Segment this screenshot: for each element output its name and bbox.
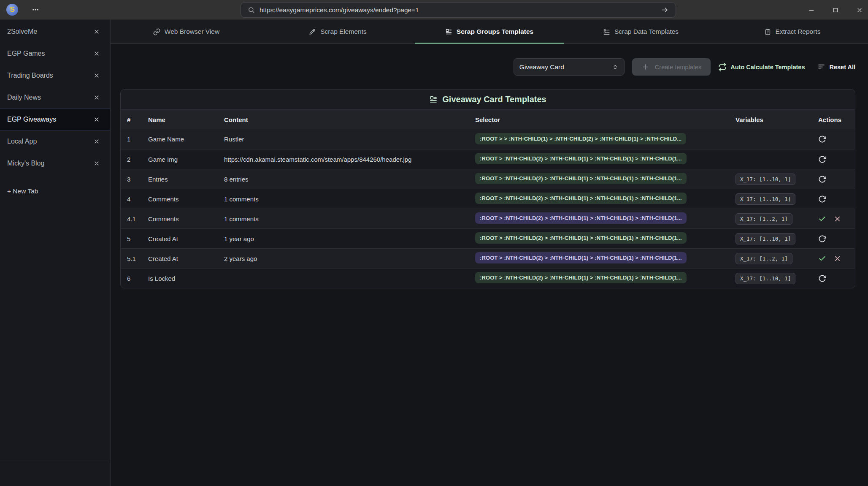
variables-pill[interactable]: X_17: [1..10, 1]	[736, 273, 795, 284]
refresh-icon[interactable]	[818, 175, 826, 183]
view-tab[interactable]: Web Browser View	[111, 20, 262, 43]
selector-pill[interactable]: :ROOT > :NTH-CHILD(2) > :NTH-CHILD(1) > …	[475, 252, 687, 263]
row-variables-cell: X_17: [1..10, 1]	[736, 174, 818, 185]
variables-pill[interactable]: X_17: [1..10, 1]	[736, 193, 795, 205]
row-content: 1 comments	[224, 195, 475, 203]
refresh-icon[interactable]	[818, 235, 826, 243]
view-tab[interactable]: Scrap Data Templates	[565, 20, 717, 43]
main-area: Web Browser View Scrap Elements Scrap Gr…	[111, 20, 868, 486]
row-actions	[818, 155, 855, 163]
view-tab[interactable]: Scrap Groups Templates	[414, 20, 565, 43]
url-text[interactable]: https://easygameprices.com/giveaways/end…	[260, 6, 661, 14]
sidebar-tab-label: Micky's Blog	[7, 160, 93, 167]
row-selector-cell: :ROOT > :NTH-CHILD(2) > :NTH-CHILD(1) > …	[475, 173, 736, 185]
row-content: 8 entries	[224, 176, 475, 183]
sidebar-tab[interactable]: EGP Games	[0, 43, 110, 65]
col-name: Name	[148, 116, 224, 123]
table-row: 6 Is Locked :ROOT > :NTH-CHILD(2) > :NTH…	[121, 268, 855, 288]
close-tab-icon[interactable]	[93, 116, 100, 123]
sidebar-tab-label: Trading Boards	[7, 72, 93, 79]
selector-pill[interactable]: :ROOT > :NTH-CHILD(2) > :NTH-CHILD(1) > …	[475, 212, 687, 224]
row-number: 4	[127, 195, 148, 203]
row-name: Comments	[148, 215, 224, 223]
plus-icon	[641, 63, 649, 71]
sidebar-tab[interactable]: Trading Boards	[0, 65, 110, 87]
toolbar: Giveaway Card Create templates Auto Calc…	[111, 58, 868, 76]
refresh-icon[interactable]	[818, 135, 826, 143]
row-name: Comments	[148, 195, 224, 203]
row-selector-cell: :ROOT > :NTH-CHILD(2) > :NTH-CHILD(1) > …	[475, 193, 736, 205]
selector-pill[interactable]: :ROOT > > :NTH-CHILD(1) > :NTH-CHILD(2) …	[475, 133, 686, 144]
sidebar-tab[interactable]: Local App	[0, 130, 110, 152]
variables-pill[interactable]: X_17: [1..2, 1]	[736, 213, 792, 225]
table-row: 5.1 Created At 2 years ago :ROOT > :NTH-…	[121, 248, 855, 268]
view-tab[interactable]: Extract Reports	[717, 20, 868, 43]
sidebar: 2SolveMe EGP Games Trading Boards Daily …	[0, 20, 111, 486]
selector-pill[interactable]: :ROOT > :NTH-CHILD(2) > :NTH-CHILD(1) > …	[475, 232, 687, 244]
sidebar-tab-list: 2SolveMe EGP Games Trading Boards Daily …	[0, 21, 110, 174]
row-number: 3	[127, 176, 148, 183]
row-name: Is Locked	[148, 275, 224, 282]
minimize-button[interactable]	[808, 7, 815, 14]
sidebar-tab-label: 2SolveMe	[7, 28, 93, 35]
sidebar-tab[interactable]: EGP Giveaways	[0, 109, 110, 130]
selector-pill[interactable]: :ROOT > :NTH-CHILD(2) > :NTH-CHILD(1) > …	[475, 193, 687, 204]
col-num: #	[127, 116, 148, 123]
variables-pill[interactable]: X_17: [1..10, 1]	[736, 174, 795, 185]
view-tab[interactable]: Scrap Elements	[262, 20, 414, 43]
row-selector-cell: :ROOT > :NTH-CHILD(2) > :NTH-CHILD(1) > …	[475, 153, 736, 166]
close-tab-icon[interactable]	[93, 72, 100, 79]
col-variables: Variables	[736, 116, 818, 123]
delete-icon[interactable]	[833, 255, 841, 263]
sidebar-tab[interactable]: 2SolveMe	[0, 21, 110, 43]
selector-pill[interactable]: :ROOT > :NTH-CHILD(2) > :NTH-CHILD(1) > …	[475, 272, 687, 283]
app-window: S https://easygameprices.com/giveaways/e…	[0, 0, 868, 486]
new-tab-button[interactable]: + New Tab	[0, 185, 110, 198]
close-tab-icon[interactable]	[93, 160, 100, 167]
row-content: https://cdn.akamai.steamstatic.com/steam…	[224, 156, 475, 163]
close-tab-icon[interactable]	[93, 94, 100, 101]
refresh-icon[interactable]	[818, 195, 826, 203]
check-icon[interactable]	[818, 215, 826, 223]
auto-calculate-button[interactable]: Auto Calculate Templates	[718, 63, 805, 71]
selector-pill[interactable]: :ROOT > :NTH-CHILD(2) > :NTH-CHILD(1) > …	[475, 153, 687, 164]
table-body: 1 Game Name Rustler :ROOT > > :NTH-CHILD…	[121, 129, 855, 288]
sidebar-tab[interactable]: Daily News	[0, 87, 110, 109]
col-selector: Selector	[475, 116, 736, 123]
col-content: Content	[224, 116, 475, 123]
refresh-icon[interactable]	[818, 155, 826, 163]
tab-label: Web Browser View	[165, 28, 219, 35]
selector-pill[interactable]: :ROOT > :NTH-CHILD(2) > :NTH-CHILD(1) > …	[475, 173, 687, 184]
go-arrow-icon[interactable]	[661, 6, 669, 14]
titlebar: S https://easygameprices.com/giveaways/e…	[0, 0, 868, 20]
tab-label: Scrap Data Templates	[614, 28, 679, 35]
sidebar-tab-label: EGP Games	[7, 50, 93, 57]
row-name: Game Img	[148, 156, 224, 163]
maximize-button[interactable]	[832, 7, 839, 14]
reset-all-button[interactable]: Reset All	[817, 63, 855, 71]
menu-dots-icon[interactable]	[30, 6, 41, 14]
row-selector-cell: :ROOT > :NTH-CHILD(2) > :NTH-CHILD(1) > …	[475, 252, 736, 265]
delete-icon[interactable]	[833, 215, 841, 223]
sidebar-tab-label: Local App	[7, 138, 93, 145]
row-variables-cell: X_17: [1..10, 1]	[736, 193, 818, 205]
row-selector-cell: :ROOT > > :NTH-CHILD(1) > :NTH-CHILD(2) …	[475, 133, 736, 146]
row-variables-cell: X_17: [1..10, 1]	[736, 233, 818, 244]
variables-pill[interactable]: X_17: [1..10, 1]	[736, 233, 795, 244]
close-tab-icon[interactable]	[93, 50, 100, 57]
variables-pill[interactable]: X_17: [1..2, 1]	[736, 253, 792, 264]
close-tab-icon[interactable]	[93, 28, 100, 35]
close-button[interactable]	[856, 7, 863, 14]
row-number: 5	[127, 235, 148, 242]
create-templates-label: Create templates	[655, 64, 701, 71]
close-tab-icon[interactable]	[93, 138, 100, 145]
tab-icon	[445, 28, 452, 35]
create-templates-button[interactable]: Create templates	[632, 58, 711, 76]
template-group-select[interactable]: Giveaway Card	[514, 58, 625, 76]
check-icon[interactable]	[818, 255, 826, 263]
url-bar[interactable]: https://easygameprices.com/giveaways/end…	[241, 2, 676, 18]
row-actions	[818, 195, 855, 203]
refresh-icon[interactable]	[818, 274, 826, 282]
row-content: 2 years ago	[224, 255, 475, 262]
sidebar-tab[interactable]: Micky's Blog	[0, 152, 110, 174]
